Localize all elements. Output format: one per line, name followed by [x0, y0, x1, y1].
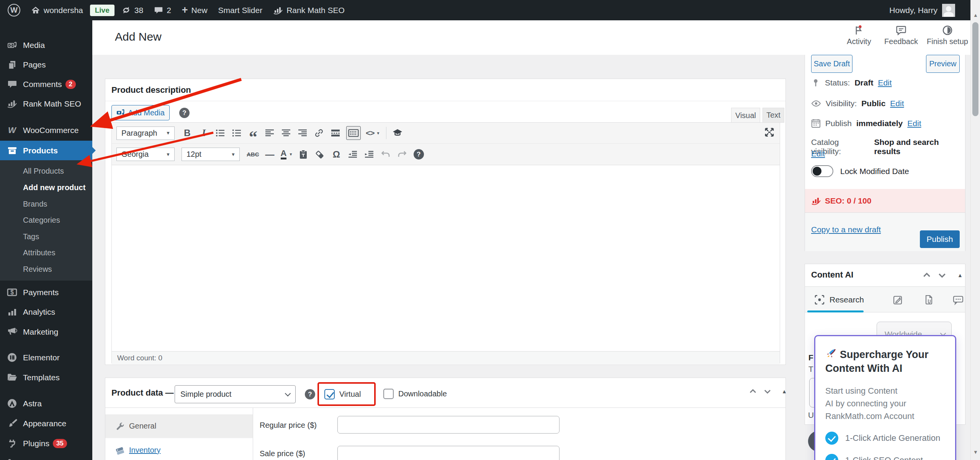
- template-cap-icon-button[interactable]: [392, 126, 403, 140]
- toolbar-toggle-button[interactable]: [346, 126, 361, 140]
- regular-price-input[interactable]: [337, 416, 560, 434]
- tab-research[interactable]: Research: [814, 294, 864, 305]
- sidebar-item-tags[interactable]: Tags: [0, 228, 92, 245]
- seo-score-band[interactable]: SEO: 0 / 100: [805, 189, 965, 212]
- copy-to-draft-link[interactable]: Copy to a new draft: [811, 225, 881, 234]
- sidebar-item-products[interactable]: Products: [0, 141, 92, 160]
- product-type-select[interactable]: Simple product: [175, 385, 296, 403]
- blockquote-button[interactable]: “: [247, 130, 259, 144]
- editor-help-icon[interactable]: ?: [179, 108, 190, 118]
- updates-menu[interactable]: 38: [121, 5, 143, 15]
- feedback-button[interactable]: Feedback: [876, 25, 926, 46]
- sidebar-item-brands[interactable]: Brands: [0, 196, 92, 212]
- tab-visual[interactable]: Visual: [731, 108, 760, 123]
- preview-button[interactable]: Preview: [926, 55, 960, 73]
- move-up-icon[interactable]: [922, 271, 931, 280]
- horizontal-rule-button[interactable]: —: [264, 148, 276, 161]
- move-up-icon[interactable]: [749, 387, 757, 396]
- redo-button[interactable]: [396, 148, 408, 161]
- rank-math-menu[interactable]: Rank Math SEO: [273, 5, 345, 15]
- downloadable-checkbox[interactable]: [383, 389, 394, 399]
- update-icon: [121, 5, 131, 15]
- fullscreen-icon[interactable]: [764, 127, 774, 137]
- edit-visibility-link[interactable]: Edit: [890, 99, 904, 108]
- toolbar-help-button[interactable]: ?: [413, 148, 424, 161]
- font-family-select[interactable]: Georgia▼: [116, 148, 175, 161]
- sidebar-item-pages[interactable]: Pages: [0, 55, 92, 74]
- scroll-up-arrow[interactable]: ▲: [971, 12, 980, 18]
- bullet-list-button[interactable]: [214, 126, 226, 140]
- virtual-checkbox[interactable]: [324, 389, 335, 399]
- undo-button[interactable]: [380, 148, 391, 161]
- smart-slider-menu[interactable]: Smart Slider: [218, 6, 263, 15]
- numbered-list-button[interactable]: [231, 126, 242, 140]
- write-icon[interactable]: [893, 294, 903, 305]
- bold-button[interactable]: B: [182, 126, 193, 140]
- move-down-icon[interactable]: [763, 387, 772, 396]
- publish-button[interactable]: Publish: [920, 230, 960, 248]
- tab-general[interactable]: General: [105, 414, 253, 438]
- lock-modified-toggle[interactable]: [811, 165, 833, 177]
- collapse-toggle-icon[interactable]: ▲: [782, 388, 787, 394]
- align-right-button[interactable]: [297, 126, 308, 140]
- outdent-button[interactable]: [347, 148, 358, 161]
- wordpress-logo-icon[interactable]: W: [8, 4, 20, 16]
- scrollbar-thumb[interactable]: [972, 22, 978, 116]
- account-menu[interactable]: Howdy, Harry: [889, 0, 955, 20]
- edit-status-link[interactable]: Edit: [878, 78, 892, 87]
- text-color-button[interactable]: A▼: [281, 148, 293, 161]
- sidebar-item-templates[interactable]: Templates: [0, 368, 92, 387]
- site-menu[interactable]: wondersha: [31, 6, 83, 15]
- new-menu[interactable]: + New: [182, 4, 208, 16]
- browser-scrollbar[interactable]: ▲ ▼: [970, 0, 980, 460]
- document-icon[interactable]: [923, 294, 934, 305]
- tab-text[interactable]: Text: [762, 108, 784, 123]
- special-char-button[interactable]: Ω: [330, 148, 342, 161]
- move-down-icon[interactable]: [937, 271, 947, 280]
- sidebar-item-categories[interactable]: Categories: [0, 212, 92, 228]
- indent-button[interactable]: [363, 148, 375, 161]
- finish-setup-button[interactable]: Finish setup: [923, 25, 972, 46]
- tab-inventory[interactable]: Inventory: [105, 439, 253, 460]
- save-draft-button[interactable]: Save Draft: [811, 55, 852, 73]
- sidebar-item-rank-math[interactable]: Rank Math SEO: [0, 94, 92, 113]
- sidebar-item-comments[interactable]: Comments 2: [0, 74, 92, 94]
- align-center-button[interactable]: [280, 126, 292, 140]
- sidebar-item-appearance[interactable]: Appearance: [0, 414, 92, 433]
- collapse-toggle-icon[interactable]: ▲: [957, 272, 963, 278]
- clear-formatting-button[interactable]: [314, 148, 326, 161]
- sidebar-item-woocommerce[interactable]: W WooCommerce: [0, 120, 92, 140]
- italic-button[interactable]: I: [198, 126, 209, 140]
- sidebar-item-snippets[interactable]: Snippets: [0, 453, 92, 460]
- sidebar-item-media[interactable]: Media: [0, 35, 92, 55]
- strikethrough-button[interactable]: ABC: [247, 148, 259, 161]
- comments-menu[interactable]: 2: [154, 6, 171, 15]
- link-button[interactable]: [313, 126, 325, 140]
- paragraph-select[interactable]: Paragraph▼: [116, 127, 175, 140]
- sidebar-item-attributes[interactable]: Attributes: [0, 245, 92, 261]
- edit-schedule-link[interactable]: Edit: [907, 119, 921, 128]
- sidebar-item-payments[interactable]: $ Payments: [0, 283, 92, 302]
- sidebar-item-marketing[interactable]: Marketing: [0, 322, 92, 342]
- product-data-help-icon[interactable]: ?: [305, 389, 315, 399]
- chat-dots-icon[interactable]: [953, 295, 964, 305]
- font-size-select[interactable]: 12pt▼: [182, 148, 240, 161]
- sidebar-item-reviews[interactable]: Reviews: [0, 261, 92, 278]
- rank-math-icon: [273, 5, 283, 15]
- panel-header[interactable]: Product description: [105, 79, 785, 101]
- read-more-button[interactable]: [330, 126, 341, 140]
- align-left-button[interactable]: [264, 126, 275, 140]
- sidebar-item-plugins[interactable]: Plugins 35: [0, 434, 92, 453]
- sidebar-item-elementor[interactable]: Elementor: [0, 348, 92, 367]
- paste-as-text-button[interactable]: [298, 148, 309, 161]
- scroll-down-arrow[interactable]: ▼: [971, 449, 980, 455]
- add-media-button[interactable]: Add Media: [111, 105, 170, 120]
- sidebar-item-analytics[interactable]: Analytics: [0, 302, 92, 322]
- sidebar-item-all-products[interactable]: All Products: [0, 163, 92, 179]
- sale-price-input[interactable]: [337, 446, 560, 460]
- edit-catalog-link[interactable]: Edit: [811, 149, 825, 158]
- code-button[interactable]: <>▼: [366, 126, 380, 140]
- sidebar-item-astra[interactable]: Astra: [0, 394, 92, 413]
- editor-content-area[interactable]: [112, 165, 780, 351]
- sidebar-item-add-new-product[interactable]: Add new product: [0, 179, 92, 196]
